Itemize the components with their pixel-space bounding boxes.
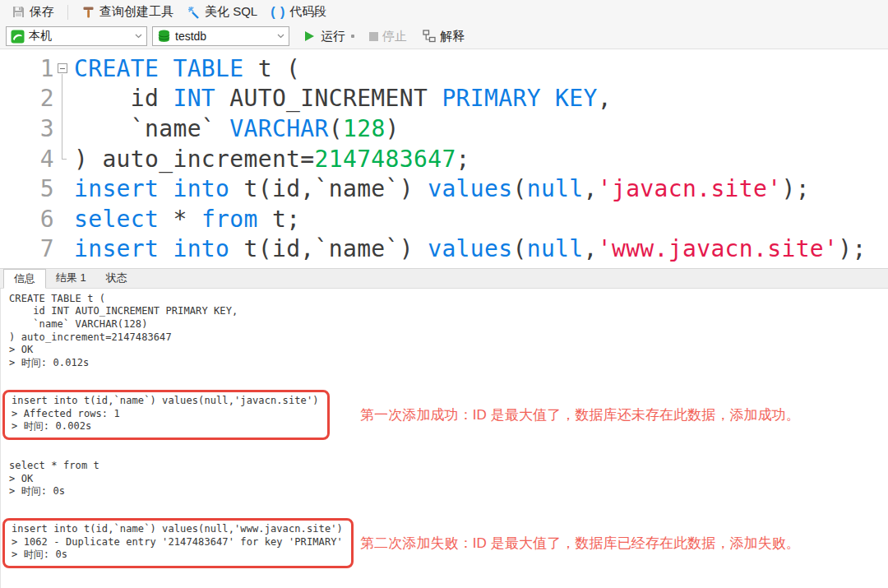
toolbar-area: 保存 查询创建工具 美化 SQL ( ) 代码段 [0, 0, 888, 49]
fold-gutter [54, 144, 74, 174]
stop-icon [369, 32, 378, 41]
code-line[interactable]: 2 id INT AUTO_INCREMENT PRIMARY KEY, [0, 84, 888, 114]
stop-label: 停止 [382, 29, 407, 44]
main-toolbar: 保存 查询创建工具 美化 SQL ( ) 代码段 [0, 0, 888, 24]
beautify-sql-label: 美化 SQL [205, 4, 257, 20]
output-line: > 1062 - Duplicate entry '2147483647' fo… [12, 536, 343, 549]
fold-gutter [54, 234, 74, 265]
output-row: CREATE TABLE t ( id INT AUTO_INCREMENT P… [9, 293, 888, 370]
line-number: 2 [0, 85, 54, 112]
tab-status[interactable]: 状态 [96, 269, 137, 288]
result-tabbar: 信息 结果 1 状态 [0, 268, 888, 289]
highlighted-result-block: insert into t(id,`name`) values(null,'ja… [2, 390, 330, 440]
tab-info[interactable]: 信息 [3, 269, 46, 289]
output-row: insert into t(id,`name`) values(null,'ww… [9, 518, 888, 568]
code-line[interactable]: 5insert into t(id,`name`) values(null,'j… [0, 174, 888, 204]
output-line: select * from t [9, 460, 888, 473]
annotation-text: 第二次添加失败：ID 是最大值了，数据库已经存在此数据，添加失败。 [360, 534, 800, 553]
code-text: id INT AUTO_INCREMENT PRIMARY KEY, [74, 85, 612, 112]
query-tool-window: 保存 查询创建工具 美化 SQL ( ) 代码段 [0, 0, 888, 588]
code-text: CREATE TABLE t ( [74, 55, 300, 82]
sql-editor[interactable]: 1CREATE TABLE t (2 id INT AUTO_INCREMENT… [0, 49, 888, 268]
code-line[interactable]: 7insert into t(id,`name`) values(null,'w… [0, 234, 888, 265]
fold-gutter [54, 204, 74, 234]
fold-collapse-marker[interactable] [54, 53, 74, 84]
code-snippet-button[interactable]: ( ) 代码段 [266, 2, 331, 21]
query-builder-label: 查询创建工具 [99, 4, 173, 20]
code-snippet-label: 代码段 [289, 4, 326, 20]
output-line: `name` VARCHAR(128) [9, 318, 888, 331]
code-text: `name` VARCHAR(128) [74, 115, 400, 142]
line-number: 7 [0, 235, 54, 262]
output-line: > 时间: 0.012s [9, 357, 888, 370]
output-line: > OK [9, 344, 888, 357]
explain-button[interactable]: 解释 [417, 27, 469, 46]
line-number: 4 [0, 146, 54, 173]
explain-diagram-icon [422, 30, 436, 44]
output-line: > 时间: 0.002s [12, 420, 319, 433]
line-number: 5 [0, 175, 54, 202]
chevron-down-icon [135, 34, 142, 39]
output-line: > 时间: 0s [9, 485, 888, 498]
result-block: select * from t> OK> 时间: 0s [9, 460, 888, 498]
connection-name: 本机 [29, 29, 131, 44]
explain-label: 解释 [440, 29, 465, 44]
beautify-sql-button[interactable]: 美化 SQL [182, 2, 262, 21]
connection-toolbar: 本机 testdb 运行 [0, 24, 888, 49]
run-button[interactable]: 运行 [298, 27, 359, 46]
magic-wand-icon [187, 5, 201, 19]
toolbar-separator [67, 5, 68, 20]
fold-gutter [54, 84, 74, 114]
output-line: ) auto_increment=2147483647 [9, 331, 888, 345]
line-number: 3 [0, 115, 54, 142]
code-line[interactable]: 3 `name` VARCHAR(128) [0, 113, 888, 144]
save-label: 保存 [30, 4, 54, 20]
code-text: ) auto_increment=2147483647; [74, 146, 470, 173]
output-line: CREATE TABLE t ( [9, 293, 888, 306]
run-dropdown-indicator[interactable] [351, 35, 354, 38]
fold-gutter [54, 113, 74, 144]
output-row: select * from t> OK> 时间: 0s [9, 460, 888, 498]
tab-result-1[interactable]: 结果 1 [46, 269, 96, 288]
fold-minus-icon[interactable] [58, 63, 67, 73]
annotation-text: 第一次添加成功：ID 是最大值了，数据库还未存在此数据，添加成功。 [360, 405, 800, 424]
output-line: > OK [9, 473, 888, 486]
result-block: CREATE TABLE t ( id INT AUTO_INCREMENT P… [9, 293, 888, 370]
line-number: 6 [0, 206, 54, 233]
code-text: insert into t(id,`name`) values(null,'ww… [74, 235, 867, 262]
output-row: insert into t(id,`name`) values(null,'ja… [9, 390, 888, 440]
chevron-down-icon [277, 34, 284, 39]
database-icon [157, 30, 171, 44]
fold-gutter [54, 174, 74, 204]
stop-button: 停止 [364, 27, 412, 46]
query-builder-button[interactable]: 查询创建工具 [76, 2, 178, 21]
output-line: insert into t(id,`name`) values(null,'ja… [12, 395, 319, 408]
mysql-connection-icon [11, 30, 25, 44]
code-text: insert into t(id,`name`) values(null,'ja… [74, 175, 810, 202]
code-text: select * from t; [74, 206, 300, 233]
run-play-icon [303, 30, 317, 44]
output-line: > Affected rows: 1 [12, 408, 319, 421]
database-select[interactable]: testdb [152, 26, 289, 46]
highlighted-result-block: insert into t(id,`name`) values(null,'ww… [2, 518, 354, 568]
parentheses-icon: ( ) [271, 5, 285, 20]
save-icon [12, 5, 25, 19]
hammer-icon [81, 5, 95, 19]
output-line: insert into t(id,`name`) values(null,'ww… [12, 523, 343, 536]
code-line[interactable]: 4) auto_increment=2147483647; [0, 144, 888, 174]
database-name: testdb [175, 30, 273, 43]
message-output[interactable]: CREATE TABLE t ( id INT AUTO_INCREMENT P… [0, 289, 888, 588]
code-line[interactable]: 6select * from t; [0, 204, 888, 234]
output-line: id INT AUTO_INCREMENT PRIMARY KEY, [9, 305, 888, 318]
save-button[interactable]: 保存 [7, 2, 59, 21]
run-label: 运行 [321, 29, 345, 44]
connection-select[interactable]: 本机 [6, 26, 147, 46]
line-number: 1 [0, 55, 54, 82]
output-line: > 时间: 0s [12, 549, 343, 562]
code-line[interactable]: 1CREATE TABLE t ( [0, 53, 888, 84]
